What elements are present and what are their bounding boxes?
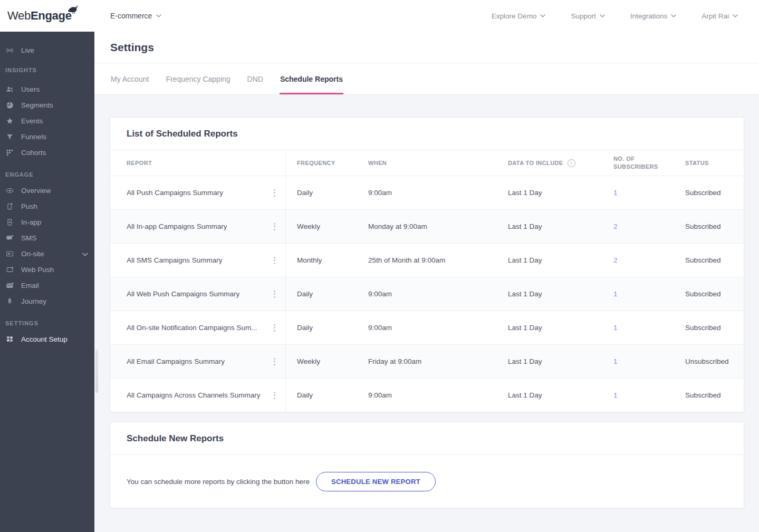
chevron-down-icon bbox=[156, 14, 161, 17]
when-value: 9:00am bbox=[357, 391, 497, 399]
kebab-menu-icon[interactable] bbox=[271, 221, 278, 233]
sidebar-item-cohorts[interactable]: Cohorts bbox=[0, 144, 94, 160]
sidebar-item-account-setup[interactable]: Account Setup bbox=[0, 331, 94, 347]
nav-support-label: Support bbox=[571, 12, 595, 20]
nav-explore-demo-label: Explore Demo bbox=[492, 12, 537, 20]
card-title-row: Schedule New Reports bbox=[110, 422, 744, 455]
settings-tabs: My Account Frequency Capping DND Schedul… bbox=[94, 63, 759, 95]
info-icon[interactable]: i bbox=[568, 159, 575, 167]
sidebar-item-journey[interactable]: Journey bbox=[0, 293, 94, 309]
sidebar-item-email[interactable]: Email bbox=[0, 277, 94, 293]
table-row: All Campaigns Across Channels Summary Da… bbox=[110, 378, 744, 412]
sidebar-item-push[interactable]: Push bbox=[0, 198, 94, 214]
report-name: All Web Push Campaigns Summary bbox=[127, 290, 239, 298]
sidebar-item-live[interactable]: Live bbox=[0, 42, 94, 58]
scheduled-reports-card: List of Scheduled Reports REPORT FREQUEN… bbox=[110, 117, 744, 412]
when-value: Monday at 9:00am bbox=[357, 223, 497, 230]
email-icon bbox=[5, 281, 14, 290]
in-app-icon bbox=[5, 218, 14, 227]
sidebar-item-label: Events bbox=[21, 117, 43, 125]
nav-integrations[interactable]: Integrations bbox=[630, 12, 677, 20]
column-header-frequency: FREQUENCY bbox=[286, 159, 357, 167]
status-value: Subscribed bbox=[674, 324, 744, 332]
sidebar-item-in-app[interactable]: In-app bbox=[0, 214, 94, 230]
sidebar-item-web-push[interactable]: Web Push bbox=[0, 262, 94, 277]
nav-support[interactable]: Support bbox=[571, 12, 604, 20]
sidebar-item-funnels[interactable]: Funnels bbox=[0, 129, 94, 144]
when-value: 9:00am bbox=[357, 324, 497, 332]
tab-schedule-reports[interactable]: Schedule Reports bbox=[280, 63, 343, 94]
frequency-value: Daily bbox=[286, 391, 357, 399]
frequency-value: Daily bbox=[286, 189, 357, 197]
sidebar-item-label: Overview bbox=[21, 187, 51, 195]
sidebar-item-overview[interactable]: Overview bbox=[0, 182, 94, 198]
sidebar-item-events[interactable]: Events bbox=[0, 113, 94, 129]
subscribers-count-link[interactable]: 2 bbox=[613, 223, 618, 230]
column-header-when: WHEN bbox=[357, 159, 497, 167]
status-value: Subscribed bbox=[674, 391, 744, 399]
sidebar-item-on-site[interactable]: On-site bbox=[0, 246, 94, 262]
tab-label: Frequency Capping bbox=[166, 75, 230, 83]
subscribers-count-link[interactable]: 1 bbox=[613, 324, 618, 332]
mobile-push-icon bbox=[5, 202, 14, 211]
tab-frequency-capping[interactable]: Frequency Capping bbox=[165, 63, 230, 94]
when-value: 25th of Month at 9:00am bbox=[357, 256, 497, 264]
sidebar-item-segments[interactable]: Segments bbox=[0, 97, 94, 113]
nav-explore-demo[interactable]: Explore Demo bbox=[492, 12, 546, 20]
bird-logo-icon bbox=[65, 4, 79, 16]
status-value: Subscribed bbox=[674, 290, 744, 298]
kebab-menu-icon[interactable] bbox=[271, 288, 278, 300]
webengage-logo[interactable]: WebEngage bbox=[0, 10, 94, 22]
nav-integrations-label: Integrations bbox=[630, 12, 668, 20]
data-to-include-value: Last 1 Day bbox=[497, 290, 602, 298]
kebab-menu-icon[interactable] bbox=[271, 255, 278, 266]
subscribers-count-link[interactable]: 2 bbox=[613, 256, 618, 264]
column-header-subscribers: NO. OF SUBSCRIBERS bbox=[602, 155, 665, 171]
content-scrollbar-thumb[interactable] bbox=[95, 350, 98, 393]
kebab-menu-icon[interactable] bbox=[271, 187, 278, 199]
subscribers-count-link[interactable]: 1 bbox=[613, 189, 618, 197]
report-name: All Email Campaigns Summary bbox=[127, 357, 225, 365]
sidebar-item-sms[interactable]: SMS bbox=[0, 230, 94, 246]
main-content: Settings My Account Frequency Capping DN… bbox=[94, 32, 759, 532]
pie-chart-icon bbox=[5, 101, 14, 110]
star-icon bbox=[5, 117, 14, 125]
live-broadcast-icon bbox=[5, 46, 14, 55]
sidebar-item-users[interactable]: Users bbox=[0, 81, 94, 97]
kebab-menu-icon[interactable] bbox=[271, 322, 278, 334]
project-selector[interactable]: E-commerce bbox=[94, 12, 161, 20]
report-name: All SMS Campaigns Summary bbox=[127, 256, 223, 264]
tab-label: Schedule Reports bbox=[280, 75, 343, 83]
data-to-include-value: Last 1 Day bbox=[497, 324, 602, 332]
scheduled-reports-title: List of Scheduled Reports bbox=[110, 118, 744, 150]
kebab-menu-icon[interactable] bbox=[271, 390, 278, 401]
sms-chat-icon bbox=[5, 234, 14, 243]
subscribers-count-link[interactable]: 1 bbox=[613, 290, 618, 298]
tab-label: My Account bbox=[111, 75, 149, 83]
sidebar-section-settings: SETTINGS bbox=[0, 315, 94, 331]
schedule-new-report-button[interactable]: SCHEDULE NEW REPORT bbox=[316, 472, 436, 491]
frequency-value: Daily bbox=[286, 290, 357, 298]
sidebar-item-label: Funnels bbox=[21, 133, 46, 141]
kebab-menu-icon[interactable] bbox=[271, 356, 278, 367]
on-site-icon bbox=[5, 249, 14, 258]
frequency-value: Weekly bbox=[286, 357, 357, 365]
tab-my-account[interactable]: My Account bbox=[110, 63, 149, 94]
nav-user-menu[interactable]: Arpit Rai bbox=[702, 12, 738, 20]
logo-text: WebEngage bbox=[7, 10, 72, 22]
table-row: All On-site Notification Campaigns Sum..… bbox=[110, 311, 744, 344]
sidebar-item-label: Cohorts bbox=[21, 149, 46, 157]
subscribers-count-link[interactable]: 1 bbox=[613, 391, 618, 399]
data-to-include-value: Last 1 Day bbox=[497, 357, 602, 365]
table-row: All Push Campaigns Summary Daily 9:00am … bbox=[110, 176, 744, 209]
schedule-new-reports-title: Schedule New Reports bbox=[110, 422, 744, 454]
chevron-down-icon bbox=[671, 14, 676, 17]
frequency-value: Monthly bbox=[286, 256, 357, 264]
tab-dnd[interactable]: DND bbox=[247, 63, 264, 94]
subscribers-count-link[interactable]: 1 bbox=[613, 357, 618, 365]
table-row: All Web Push Campaigns Summary Daily 9:0… bbox=[110, 277, 744, 311]
chevron-down-icon bbox=[600, 14, 605, 17]
when-value: 9:00am bbox=[357, 290, 497, 298]
table-header: REPORT FREQUENCY WHEN DATA TO INCLUDE i … bbox=[110, 150, 744, 176]
when-value: 9:00am bbox=[357, 189, 497, 197]
